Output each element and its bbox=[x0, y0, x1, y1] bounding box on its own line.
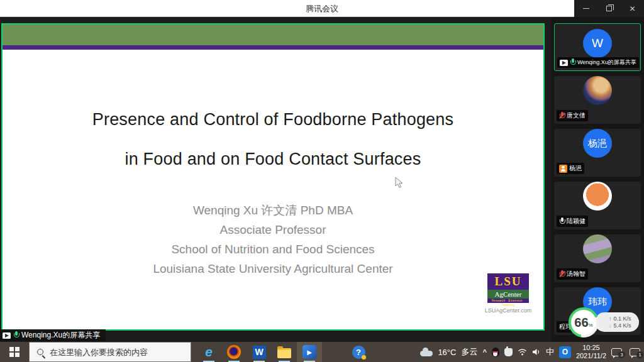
upload-arrow-icon: ↑ bbox=[609, 315, 612, 322]
battery-percent-overlay[interactable]: 66 % bbox=[569, 307, 599, 337]
wifi-icon[interactable] bbox=[518, 348, 527, 356]
network-speed-overlay[interactable]: ↑ 0.1 K/s ↓ 5.4 K/s bbox=[595, 312, 639, 332]
lsu-logo-agcenter: AgCenter bbox=[487, 290, 529, 299]
tray-expand-icon[interactable]: ^ bbox=[482, 348, 486, 356]
tencent-meeting-window: 腾讯会议 ✕ Presence and Control of Foodborne… bbox=[0, 0, 644, 362]
clock-date: 2021/11/2 bbox=[576, 352, 606, 360]
lsu-agcenter-logo: LSU AgCenter Research · Extension · Teac… bbox=[487, 273, 529, 303]
share-banner-label: Wenqing.Xu的屏幕共享 bbox=[21, 330, 100, 341]
tray-o-app-icon[interactable]: O bbox=[559, 346, 571, 358]
windows-taskbar: e W ▶ ? 16°C 多云 ^ bbox=[0, 342, 644, 362]
input-method-indicator[interactable]: 中 bbox=[546, 346, 554, 358]
slide-title-line2: in Food and on Food Contact Surfaces bbox=[3, 129, 543, 169]
slide-body: Presence and Control of Foodborne Pathog… bbox=[3, 50, 543, 329]
screen-share-status-banner: Wenqing.Xu的屏幕共享 bbox=[0, 329, 106, 341]
get-help-button[interactable]: ? bbox=[346, 342, 371, 362]
windows-logo-icon bbox=[9, 347, 19, 357]
participant-tile-luyingjian[interactable]: 陆颖健 bbox=[554, 182, 641, 229]
volume-icon[interactable] bbox=[532, 348, 541, 356]
ie-icon: e bbox=[205, 345, 213, 359]
avatar bbox=[583, 76, 612, 105]
participant-name-bar: Wenqing.Xu的屏幕共享 bbox=[557, 57, 639, 68]
author-university: Louisiana State University Agricultural … bbox=[3, 259, 543, 278]
word-icon: W bbox=[253, 346, 266, 359]
lsu-website-text: LSUAgCenter.com bbox=[471, 307, 545, 314]
word-button[interactable]: W bbox=[247, 342, 272, 362]
clock-time: 10:25 bbox=[576, 344, 606, 352]
participant-name-bar: 唐文倩 bbox=[557, 110, 588, 121]
window-title: 腾讯会议 bbox=[0, 0, 644, 17]
taskbar-clock[interactable]: 10:25 2021/11/2 bbox=[576, 344, 606, 360]
search-icon bbox=[37, 349, 43, 355]
taskbar-app-icons: e W ▶ ? bbox=[196, 342, 371, 362]
taskbar-spacer bbox=[322, 342, 346, 362]
download-speed-row: ↓ 5.4 K/s bbox=[609, 322, 639, 329]
participant-tile-tanghanzhi[interactable]: 汤翰智 bbox=[554, 234, 641, 282]
participant-name: 唐文倩 bbox=[567, 111, 586, 120]
author-title: Associate Professor bbox=[3, 220, 543, 239]
action-center-icon[interactable]: 1 bbox=[630, 348, 640, 356]
mic-muted-icon bbox=[559, 112, 565, 120]
participant-name-bar: 汤翰智 bbox=[557, 268, 588, 280]
screen-share-icon bbox=[560, 60, 568, 66]
slide-title-line1: Presence and Control of Foodborne Pathog… bbox=[3, 50, 543, 129]
mic-muted-icon bbox=[559, 270, 565, 278]
participant-tile-yangyi[interactable]: 杨浥 杨浥 bbox=[554, 129, 641, 177]
participant-name-bar: 杨浥 bbox=[557, 163, 584, 174]
chat-badge: 3 bbox=[618, 351, 625, 358]
avatar: W bbox=[583, 29, 612, 58]
file-explorer-button[interactable] bbox=[272, 342, 297, 362]
participant-name: 杨浥 bbox=[569, 164, 582, 173]
avatar bbox=[583, 234, 612, 263]
taskbar-search[interactable] bbox=[29, 342, 191, 362]
avatar bbox=[583, 182, 612, 211]
avatar: 杨浥 bbox=[583, 129, 612, 158]
ie-browser-button[interactable]: e bbox=[196, 342, 221, 362]
minimize-button[interactable] bbox=[574, 0, 597, 17]
slide-green-band bbox=[3, 25, 543, 45]
restore-button[interactable] bbox=[597, 0, 621, 17]
slide-author-block: Wenqing Xu 许文清 PhD MBA Associate Profess… bbox=[3, 200, 543, 278]
weather-condition[interactable]: 多云 bbox=[461, 346, 477, 358]
close-button[interactable]: ✕ bbox=[621, 0, 644, 17]
shared-screen-region: Presence and Control of Foodborne Pathog… bbox=[1, 23, 545, 331]
system-tray: 16°C 多云 ^ 中 O 10:25 2021/11/2 3 bbox=[420, 342, 643, 362]
battery-percent-value: 66 bbox=[574, 310, 588, 335]
title-bar: 腾讯会议 ✕ bbox=[0, 0, 644, 17]
search-input[interactable] bbox=[50, 348, 182, 357]
lsu-logo-tagline: Research · Extension · Teaching bbox=[487, 299, 529, 303]
screen-share-icon bbox=[3, 332, 11, 339]
window-controls: ✕ bbox=[574, 0, 644, 17]
notification-badge: 1 bbox=[636, 351, 643, 358]
weather-temperature[interactable]: 16°C bbox=[438, 348, 456, 357]
mic-on-icon bbox=[570, 58, 575, 67]
video-app-button[interactable]: ▶ bbox=[297, 342, 322, 362]
start-button[interactable] bbox=[0, 342, 29, 362]
firefox-icon bbox=[227, 345, 241, 359]
battery-percent-unit: % bbox=[589, 322, 593, 328]
upload-speed-row: ↑ 0.1 K/s bbox=[609, 315, 639, 322]
firefox-button[interactable] bbox=[221, 342, 247, 362]
participant-name-bar: 陆颖健 bbox=[557, 216, 588, 227]
upload-speed-value: 0.1 K/s bbox=[614, 315, 631, 322]
participants-sidebar: W Wenqing.Xu的屏幕共享 唐文倩 杨浥 杨浥 bbox=[551, 17, 644, 342]
qq-penguin-icon[interactable] bbox=[492, 348, 499, 357]
chat-tray-icon[interactable]: 3 bbox=[611, 348, 622, 356]
download-arrow-icon: ↓ bbox=[609, 322, 612, 329]
lsu-logo-letters: LSU bbox=[487, 273, 529, 290]
weather-cloud-icon[interactable] bbox=[420, 351, 433, 356]
folder-icon bbox=[277, 348, 291, 358]
restore-icon bbox=[606, 6, 612, 11]
participant-tile-wenqing[interactable]: W Wenqing.Xu的屏幕共享 bbox=[554, 23, 641, 71]
participant-name: 汤翰智 bbox=[567, 270, 586, 278]
participant-name: 陆颖健 bbox=[567, 217, 586, 226]
participant-name: Wenqing.Xu的屏幕共享 bbox=[577, 58, 636, 67]
download-speed-value: 5.4 K/s bbox=[614, 322, 631, 329]
help-icon: ? bbox=[352, 346, 365, 359]
member-person-icon bbox=[559, 165, 567, 173]
participant-tile-tangwenqian[interactable]: 唐文倩 bbox=[554, 76, 641, 124]
tray-hand-icon[interactable] bbox=[504, 348, 513, 356]
battery-percent-core: 66 % bbox=[571, 310, 596, 335]
slide-purple-stripe bbox=[3, 45, 543, 50]
minimize-icon bbox=[583, 8, 589, 9]
